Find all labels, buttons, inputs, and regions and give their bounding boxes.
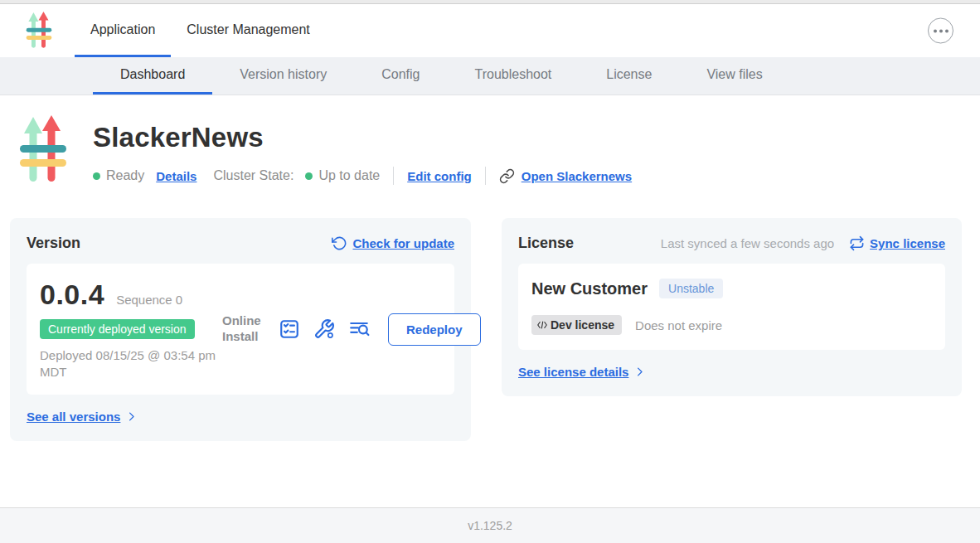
tab-application-label: Application	[90, 22, 155, 37]
app-header: SlackerNews Ready Details Cluster State:…	[0, 95, 980, 185]
deployed-status-badge: Currently deployed version	[40, 319, 195, 339]
install-type-label: Online Install	[222, 313, 265, 345]
customer-name: New Customer	[531, 279, 648, 298]
app-sub-nav: Dashboard Version history Config Trouble…	[0, 57, 980, 95]
subtab-license[interactable]: License	[579, 57, 679, 95]
primary-nav: Application Cluster Management	[0, 4, 980, 57]
config-tools-icon[interactable]	[313, 318, 335, 340]
channel-badge: Unstable	[659, 279, 723, 298]
current-version-panel: 0.0.4 Sequence 0 Currently deployed vers…	[27, 264, 454, 395]
preflight-checks-icon[interactable]	[279, 318, 300, 340]
license-detail-panel: New Customer Unstable Dev license Does n…	[518, 264, 945, 350]
chevron-right-icon	[633, 366, 646, 378]
status-details-link[interactable]: Details	[156, 169, 196, 183]
app-status-row: Ready Details Cluster State: Up to date …	[93, 167, 632, 185]
see-all-versions-link[interactable]: See all versions	[27, 410, 138, 424]
license-expiry-text: Does not expire	[635, 318, 722, 332]
chevron-right-icon	[125, 410, 138, 423]
sync-arrows-icon	[849, 235, 865, 251]
see-license-details-link[interactable]: See license details	[518, 365, 646, 379]
subtab-view-files[interactable]: View files	[679, 57, 789, 95]
subtab-version-history[interactable]: Version history	[212, 57, 354, 95]
page-title: SlackerNews	[93, 122, 632, 153]
open-app-link[interactable]: Open Slackernews	[499, 168, 632, 184]
cluster-state-value: Up to date	[318, 168, 380, 183]
app-logo-icon	[25, 12, 53, 50]
tab-cluster-management-label: Cluster Management	[187, 22, 310, 37]
redeploy-button[interactable]: Redeploy	[388, 313, 481, 346]
version-card: Version Check for update 0.0.4 Sequence …	[10, 218, 471, 441]
code-brackets-icon	[536, 319, 548, 331]
app-status-dot	[93, 172, 100, 180]
subtab-troubleshoot[interactable]: Troubleshoot	[447, 57, 579, 95]
version-card-title: Version	[27, 235, 80, 252]
tab-application[interactable]: Application	[75, 4, 171, 57]
cluster-state-label: Cluster State:	[213, 168, 294, 183]
divider	[393, 167, 394, 185]
sequence-label: Sequence 0	[116, 293, 182, 307]
edit-config-link[interactable]: Edit config	[407, 169, 472, 183]
deployed-timestamp: Deployed 08/15/25 @ 03:54 pm MDT	[40, 347, 222, 380]
app-status-text: Ready	[106, 168, 144, 183]
license-type-badge: Dev license	[531, 315, 622, 335]
subtab-dashboard[interactable]: Dashboard	[93, 57, 212, 95]
last-synced-text: Last synced a few seconds ago	[661, 236, 834, 250]
overflow-menu-button[interactable]	[928, 18, 953, 44]
ellipsis-icon	[934, 29, 937, 32]
primary-nav-tabs: Application Cluster Management	[75, 4, 326, 57]
console-footer: v1.125.2	[0, 507, 980, 543]
divider	[485, 167, 486, 185]
check-for-update-link[interactable]: Check for update	[332, 235, 454, 251]
view-logs-icon[interactable]	[348, 318, 370, 340]
sync-license-link[interactable]: Sync license	[849, 235, 945, 251]
license-card: License Last synced a few seconds ago Sy…	[502, 218, 962, 396]
license-card-title: License	[518, 235, 574, 252]
dashboard-cards: Version Check for update 0.0.4 Sequence …	[10, 218, 962, 441]
refresh-icon	[332, 235, 347, 251]
version-number: 0.0.4	[40, 279, 104, 311]
tab-cluster-management[interactable]: Cluster Management	[171, 4, 326, 57]
dashboard-main: SlackerNews Ready Details Cluster State:…	[0, 95, 980, 441]
cluster-state-dot	[305, 172, 313, 180]
subtab-config[interactable]: Config	[354, 57, 447, 95]
console-version-text: v1.125.2	[468, 519, 512, 532]
app-logo-large-icon	[18, 115, 68, 185]
chain-link-icon	[499, 168, 515, 184]
